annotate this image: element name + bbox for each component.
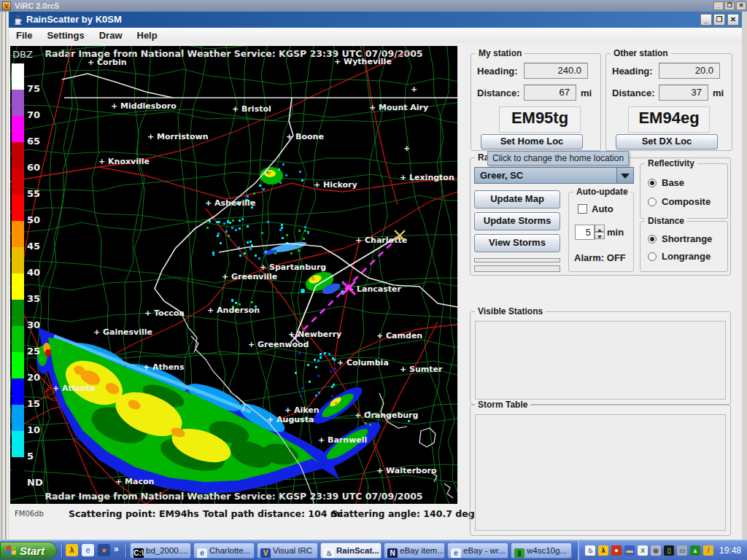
my-heading-field[interactable]: 240.0 xyxy=(524,63,588,79)
task-button-ebay-item[interactable]: NeBay item... xyxy=(384,542,445,559)
menu-help[interactable]: Help xyxy=(130,28,165,41)
view-storms-button[interactable]: View Storms xyxy=(474,234,560,252)
other-station-group: Other station Heading: 20.0 Distance: 37… xyxy=(605,53,732,151)
other-heading-field[interactable]: 20.0 xyxy=(659,63,720,79)
set-dx-loc-button[interactable]: Set DX Loc xyxy=(616,134,718,149)
dbz-block-45 xyxy=(12,221,24,247)
network-display-icon[interactable]: ▬ xyxy=(624,545,635,556)
virc-icon[interactable]: V xyxy=(260,548,271,559)
dbz-label-35: 35 xyxy=(27,293,49,304)
java-icon[interactable]: ♨ xyxy=(324,548,334,559)
dbz-block-20 xyxy=(12,352,24,378)
virc-close-button[interactable]: ✕ xyxy=(736,1,746,10)
shortrange-radio[interactable] xyxy=(648,235,657,244)
java-cup-icon xyxy=(12,14,24,26)
app-close-button[interactable]: ✕ xyxy=(727,14,739,26)
dbz-label-20: 20 xyxy=(27,372,49,383)
task-button-label: bd_2000.... xyxy=(146,546,188,555)
volume-icon[interactable]: ◉ xyxy=(651,545,661,556)
base-radio[interactable] xyxy=(648,179,657,187)
dbz-scale-title: DBZ xyxy=(12,49,33,60)
auto-update-title: Auto-update xyxy=(573,187,631,197)
interval-unit-label: min xyxy=(607,227,624,238)
netscape-icon[interactable]: N xyxy=(387,548,398,559)
excel-icon[interactable]: X xyxy=(638,545,648,556)
dbz-label-10: 10 xyxy=(27,424,49,435)
city-label-lancaster: + Lancaster xyxy=(347,284,402,294)
shortrange-radio-label: Shortrange xyxy=(662,233,712,244)
spinner-up-icon[interactable] xyxy=(595,225,605,232)
virc-minimize-button[interactable]: _ xyxy=(713,1,724,10)
spinner-down-icon[interactable] xyxy=(595,232,605,239)
task-button-rainscat[interactable]: ♨RainScat... xyxy=(320,542,382,559)
my-station-title: My station xyxy=(476,48,525,58)
dbz-block-50 xyxy=(12,195,24,221)
red-disc-icon[interactable]: ● xyxy=(611,545,622,556)
update-map-button[interactable]: Update Map xyxy=(474,190,560,209)
internet-explorer-icon[interactable]: e xyxy=(197,548,207,559)
other-heading-label: Heading: xyxy=(612,66,653,77)
start-button[interactable]: Start xyxy=(0,542,57,559)
dbz-block-35 xyxy=(12,273,24,300)
update-storms-button[interactable]: Update Storms xyxy=(474,212,560,230)
menu-settings[interactable]: Settings xyxy=(39,28,91,41)
progress-bar-bottom xyxy=(474,265,560,272)
virc-right-edge xyxy=(742,12,747,540)
radar-footer-text: Radar Image from National Weather Servic… xyxy=(10,491,457,502)
chevron-down-icon[interactable] xyxy=(616,168,633,183)
task-button-ebay-wr[interactable]: eeBay - wr... xyxy=(447,542,508,559)
visible-stations-group: Visible Stations xyxy=(470,311,731,405)
dbz-label-ND: ND xyxy=(27,477,49,488)
set-home-loc-button[interactable]: Set Home Loc xyxy=(481,134,583,149)
green-tree-icon[interactable]: ▲ xyxy=(690,545,700,556)
auto-checkbox[interactable] xyxy=(578,204,587,214)
storm-table-list[interactable] xyxy=(475,414,726,531)
composite-radio[interactable] xyxy=(648,198,657,206)
task-button-label: RainScat... xyxy=(336,546,379,555)
dbz-block-40 xyxy=(12,247,24,273)
task-button-charlotte[interactable]: eCharlotte... xyxy=(193,542,255,559)
visible-stations-list[interactable] xyxy=(475,321,726,400)
virc-restore-button[interactable]: ❐ xyxy=(724,1,735,10)
task-button-w4sc10g[interactable]: ▮w4sc10g... xyxy=(511,542,572,559)
menu-draw[interactable]: Draw xyxy=(92,28,130,41)
radar-map[interactable]: Radar Image from National Weather Servic… xyxy=(10,46,457,504)
interval-spinner-value[interactable]: 5 xyxy=(575,225,595,240)
dbz-block-25 xyxy=(12,326,24,352)
quick-launch-overflow-chevron[interactable]: » xyxy=(114,544,119,554)
auto-update-group: Auto-update Auto 5 min Alarm: OFF xyxy=(568,192,634,272)
longrange-radio[interactable] xyxy=(648,252,657,261)
task-button-visual-irc[interactable]: VVisual IRC xyxy=(257,542,318,559)
command-prompt-icon[interactable]: C:\ xyxy=(133,548,144,559)
firefox-icon[interactable]: ● xyxy=(98,544,110,556)
task-button-bd-2000[interactable]: C:\bd_2000.... xyxy=(130,542,191,559)
aim-icon[interactable]: λ xyxy=(598,545,608,556)
my-distance-field[interactable]: 67 xyxy=(524,85,576,101)
virc-app-icon: V xyxy=(2,1,11,10)
own-grid-label: FM06db xyxy=(15,510,44,518)
menu-file[interactable]: File xyxy=(9,28,39,41)
dbz-label-15: 15 xyxy=(27,398,49,409)
system-tray: ♨λ●▬X◉▯▭▲/ 19:48 xyxy=(578,540,747,560)
auto-checkbox-label: Auto xyxy=(592,203,614,214)
other-distance-field[interactable]: 37 xyxy=(659,85,708,101)
internet-explorer-icon[interactable]: e xyxy=(82,544,94,556)
city-label-sumter: + Sumter xyxy=(400,365,443,374)
radar-map-canvas[interactable]: + Corbin+ Wytheville+ Middlesboro+ Brist… xyxy=(10,46,457,504)
city-label-augusta: + Augusta xyxy=(267,415,314,424)
app-minimize-button[interactable]: _ xyxy=(700,14,712,26)
other-grid-square: EM94eg xyxy=(628,106,710,133)
app-maximize-button[interactable]: ❐ xyxy=(713,14,725,26)
map-plus-marker: + xyxy=(411,85,417,94)
internet-explorer-icon[interactable]: e xyxy=(451,548,461,559)
range-group: Distance Shortrange Longrange xyxy=(640,221,728,272)
phone-icon[interactable]: ▯ xyxy=(664,545,674,556)
print-device-icon[interactable]: ▭ xyxy=(677,545,687,556)
home-location-tooltip: Click to change the home location xyxy=(487,151,629,166)
chart-icon[interactable]: ▮ xyxy=(514,548,525,559)
radar-station-select[interactable]: Greer, SC xyxy=(474,167,634,184)
java-icon[interactable]: ♨ xyxy=(585,545,595,556)
gold-brush-icon[interactable]: / xyxy=(703,545,713,556)
dbz-block-75 xyxy=(12,63,24,90)
aim-icon[interactable]: λ xyxy=(66,544,78,556)
